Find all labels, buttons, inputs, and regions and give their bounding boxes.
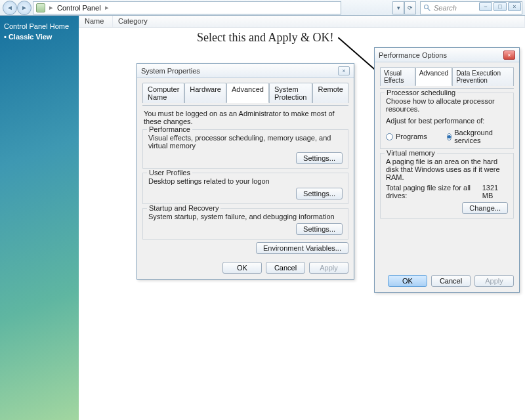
processor-scheduling-group: Processor scheduling Choose how to alloc… <box>380 93 514 149</box>
group-desc: Desktop settings related to your logon <box>148 177 343 185</box>
group-title: Startup and Recovery <box>147 204 220 212</box>
chevron-right-icon: ▸ <box>49 3 53 12</box>
cancel-button[interactable]: Cancel <box>266 262 305 274</box>
search-icon <box>423 4 431 12</box>
nav-back-button[interactable]: ◄ <box>3 1 17 15</box>
svg-line-1 <box>428 8 430 10</box>
system-properties-dialog: System Properties × Computer Name Hardwa… <box>136 63 354 280</box>
radio-icon <box>447 133 452 140</box>
dialog-title-text: System Properties <box>141 67 200 75</box>
dialog-title-text: Performance Options <box>379 51 447 59</box>
ok-button[interactable]: OK <box>222 262 262 274</box>
content-area: Select this and Apply & OK! System Prope… <box>79 28 525 420</box>
cancel-button[interactable]: Cancel <box>431 275 471 287</box>
dialog-buttons: OK Cancel Apply <box>137 258 354 279</box>
radio-label: Programs <box>396 133 427 140</box>
breadcrumb[interactable]: ▸ Control Panel ▸ <box>33 1 341 14</box>
performance-options-tabs: Visual Effects Advanced Data Execution P… <box>380 66 514 85</box>
search-placeholder: Search <box>434 4 457 12</box>
startup-recovery-group: Startup and Recovery System startup, sys… <box>142 208 348 240</box>
group-desc: System startup, system failure, and debu… <box>148 213 343 220</box>
group-title: Performance <box>147 125 192 133</box>
tab-visual-effects[interactable]: Visual Effects <box>380 67 415 86</box>
performance-group: Performance Visual effects, processor sc… <box>142 129 348 169</box>
group-desc: A paging file is an area on the hard dis… <box>386 158 508 181</box>
group-title: Virtual memory <box>385 149 437 157</box>
user-profiles-settings-button[interactable]: Settings... <box>296 188 343 200</box>
radio-background-services[interactable]: Background services <box>447 129 495 144</box>
apply-button[interactable]: Apply <box>309 262 348 274</box>
tab-advanced[interactable]: Advanced <box>226 83 269 103</box>
chevron-right-icon: ▸ <box>105 3 109 12</box>
breadcrumb-item[interactable]: Control Panel <box>57 4 101 12</box>
performance-options-dialog: Performance Options × Visual Effects Adv… <box>374 47 520 293</box>
tab-remote[interactable]: Remote <box>312 83 348 103</box>
user-profiles-group: User Profiles Desktop settings related t… <box>142 173 348 204</box>
close-button[interactable]: × <box>338 66 350 75</box>
sidebar: Control Panel Home Classic View <box>0 16 79 420</box>
window-controls: − □ × <box>479 2 521 11</box>
address-bar: ◄ ► ▸ Control Panel ▸ ▾ ⟳ Search − □ × <box>0 0 525 16</box>
column-name[interactable]: Name <box>79 16 113 27</box>
adjust-label: Adjust for best performance of: <box>386 117 508 125</box>
minimize-button[interactable]: − <box>479 2 492 11</box>
total-paging-value: 1321 MB <box>482 184 508 200</box>
dialog-buttons: OK Cancel Apply <box>375 271 519 292</box>
sidebar-classic-view-link[interactable]: Classic View <box>4 32 75 42</box>
maximize-button[interactable]: □ <box>494 2 507 11</box>
ok-button[interactable]: OK <box>388 275 427 287</box>
startup-settings-button[interactable]: Settings... <box>296 223 343 235</box>
refresh-button[interactable]: ⟳ <box>404 1 416 14</box>
system-properties-tabs: Computer Name Hardware Advanced System P… <box>142 82 348 102</box>
nav-buttons: ◄ ► <box>3 1 32 15</box>
close-window-button[interactable]: × <box>508 2 521 11</box>
tab-computer-name[interactable]: Computer Name <box>142 83 184 103</box>
change-button[interactable]: Change... <box>462 202 508 214</box>
column-headers: Name Category <box>79 16 525 28</box>
group-desc: Choose how to allocate processor resourc… <box>386 97 508 113</box>
apply-button[interactable]: Apply <box>474 275 514 287</box>
environment-variables-button[interactable]: Environment Variables... <box>256 242 348 254</box>
control-panel-icon <box>36 3 45 12</box>
group-title: Processor scheduling <box>385 89 457 96</box>
sidebar-home-link[interactable]: Control Panel Home <box>4 21 75 32</box>
radio-icon <box>386 133 393 140</box>
admin-note: You must be logged on as an Administrato… <box>144 110 348 125</box>
tab-advanced[interactable]: Advanced <box>415 67 452 86</box>
close-button[interactable]: × <box>503 51 515 60</box>
svg-point-0 <box>425 5 429 9</box>
total-paging-label: Total paging file size for all drives: <box>386 184 482 200</box>
tab-system-protection[interactable]: System Protection <box>269 83 313 103</box>
virtual-memory-group: Virtual memory A paging file is an area … <box>380 153 514 219</box>
radio-label: Background services <box>454 129 495 144</box>
column-category[interactable]: Category <box>113 16 525 27</box>
annotation-text: Select this and Apply & OK! <box>197 31 333 45</box>
group-desc: Visual effects, processor scheduling, me… <box>148 134 343 150</box>
nav-forward-button[interactable]: ► <box>17 1 32 15</box>
breadcrumb-dropdown-button[interactable]: ▾ <box>392 1 404 14</box>
performance-settings-button[interactable]: Settings... <box>296 152 343 164</box>
group-title: User Profiles <box>147 169 192 177</box>
radio-programs[interactable]: Programs <box>386 129 427 144</box>
dialog-titlebar[interactable]: Performance Options × <box>375 48 519 62</box>
dialog-titlebar[interactable]: System Properties × <box>137 64 354 78</box>
tab-hardware[interactable]: Hardware <box>184 83 226 103</box>
tab-dep[interactable]: Data Execution Prevention <box>452 67 514 86</box>
